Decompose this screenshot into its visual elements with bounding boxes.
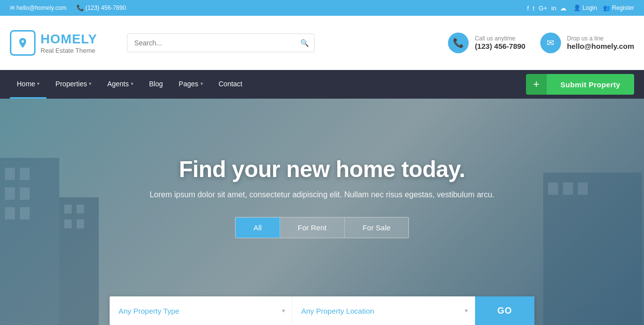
chevron-down-icon: ▾ [89,81,91,86]
phone-text: Call us anytime (123) 456-7890 [475,35,525,50]
top-bar-right: f t G+ in ☁ 👤 Login 👥 Register [527,4,634,12]
nav-item-contact[interactable]: Contact [212,70,249,99]
filter-tab-all[interactable]: All [236,217,280,238]
email-text: Drop us a line hello@homely.com [567,35,634,50]
googleplus-icon[interactable]: G+ [538,4,547,12]
nav-item-home[interactable]: Home ▾ [10,70,46,99]
logo-subtitle: Real Estate Theme [40,47,97,54]
login-link[interactable]: 👤 Login [573,4,597,11]
main-nav: Home ▾ Properties ▾ Agents ▾ Blog Pages … [0,70,644,99]
email-link[interactable]: ✉ hello@homely.com [10,4,67,11]
cloud-icon[interactable]: ☁ [560,4,566,12]
filter-tabs: All For Rent For Sale [235,217,409,238]
property-location-wrapper[interactable]: Any Property Location New York Los Angel… [292,296,475,325]
hero-subtitle: Lorem ipsum dolor sit amet, consectetur … [150,190,494,199]
auth-links: 👤 Login 👥 Register [573,4,634,11]
submit-plus-icon[interactable]: + [526,74,547,95]
phone-link[interactable]: 📞 (123) 456-7890 [77,4,126,11]
property-type-wrapper[interactable]: Any Property Type House Apartment Villa … [110,296,292,325]
social-icons: f t G+ in ☁ [527,4,566,12]
search-input[interactable] [127,34,315,52]
hero-title: Find your new home today. [150,156,494,182]
phone-icon: 📞 [448,33,469,53]
logo[interactable]: HOMELY Real Estate Theme [10,30,97,56]
nav-item-agents[interactable]: Agents ▾ [100,70,140,99]
email-icon: ✉ [540,33,561,53]
submit-property-button[interactable]: Submit Property [547,74,634,95]
chevron-down-icon: ▾ [131,81,133,86]
top-bar-contact: ✉ hello@homely.com 📞 (123) 456-7890 [10,4,126,11]
logo-icon [10,30,36,56]
logo-title: HOMELY [40,32,97,47]
filter-tab-rent[interactable]: For Rent [280,217,345,238]
hero-content: Find your new home today. Lorem ipsum do… [130,156,514,248]
twitter-icon[interactable]: t [533,4,535,12]
chevron-down-icon: ▾ [201,81,203,86]
phone-contact: 📞 Call us anytime (123) 456-7890 [448,33,525,53]
property-type-select[interactable]: Any Property Type House Apartment Villa … [110,296,292,325]
chevron-down-icon: ▾ [37,81,40,86]
hero-section: Find your new home today. Lorem ipsum do… [0,99,644,325]
header-contact: 📞 Call us anytime (123) 456-7890 ✉ Drop … [448,33,634,53]
facebook-icon[interactable]: f [527,4,529,12]
logo-text: HOMELY Real Estate Theme [40,32,97,54]
submit-property-wrap: + Submit Property [526,74,634,95]
header: HOMELY Real Estate Theme 🔍 📞 Call us any… [0,16,644,70]
filter-tab-sale[interactable]: For Sale [345,217,408,238]
nav-item-blog[interactable]: Blog [142,70,170,99]
email-contact: ✉ Drop us a line hello@homely.com [540,33,634,53]
nav-items: Home ▾ Properties ▾ Agents ▾ Blog Pages … [10,70,526,99]
register-link[interactable]: 👥 Register [603,4,634,11]
property-location-select[interactable]: Any Property Location New York Los Angel… [292,296,475,325]
property-search-row: Any Property Type House Apartment Villa … [110,296,534,325]
nav-item-properties[interactable]: Properties ▾ [48,70,98,99]
linkedin-icon[interactable]: in [551,4,556,12]
header-search[interactable]: 🔍 [127,34,315,52]
top-bar: ✉ hello@homely.com 📞 (123) 456-7890 f t … [0,0,644,16]
go-button[interactable]: GO [475,296,534,325]
nav-item-pages[interactable]: Pages ▾ [172,70,210,99]
search-icon: 🔍 [300,39,309,47]
